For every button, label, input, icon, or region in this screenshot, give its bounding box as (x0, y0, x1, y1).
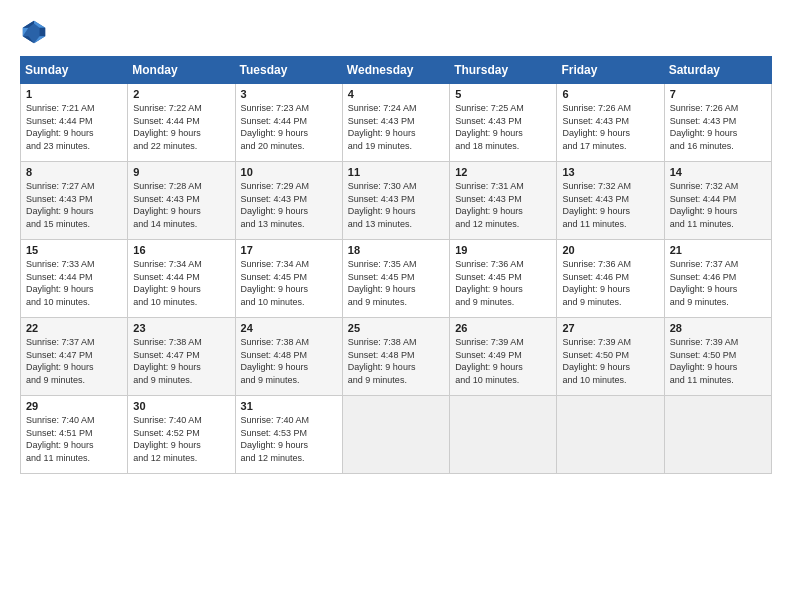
week-row-2: 8Sunrise: 7:27 AMSunset: 4:43 PMDaylight… (21, 162, 772, 240)
day-info: Sunrise: 7:37 AMSunset: 4:46 PMDaylight:… (670, 258, 766, 308)
day-cell: 24Sunrise: 7:38 AMSunset: 4:48 PMDayligh… (235, 318, 342, 396)
day-info: Sunrise: 7:23 AMSunset: 4:44 PMDaylight:… (241, 102, 337, 152)
day-cell: 23Sunrise: 7:38 AMSunset: 4:47 PMDayligh… (128, 318, 235, 396)
day-info: Sunrise: 7:33 AMSunset: 4:44 PMDaylight:… (26, 258, 122, 308)
day-cell: 12Sunrise: 7:31 AMSunset: 4:43 PMDayligh… (450, 162, 557, 240)
logo (20, 18, 52, 46)
day-number: 16 (133, 244, 229, 256)
header-cell-saturday: Saturday (664, 57, 771, 84)
day-number: 17 (241, 244, 337, 256)
day-cell: 16Sunrise: 7:34 AMSunset: 4:44 PMDayligh… (128, 240, 235, 318)
page: SundayMondayTuesdayWednesdayThursdayFrid… (0, 0, 792, 612)
day-number: 19 (455, 244, 551, 256)
day-number: 15 (26, 244, 122, 256)
day-number: 18 (348, 244, 444, 256)
header-cell-sunday: Sunday (21, 57, 128, 84)
day-cell: 3Sunrise: 7:23 AMSunset: 4:44 PMDaylight… (235, 84, 342, 162)
day-info: Sunrise: 7:36 AMSunset: 4:45 PMDaylight:… (455, 258, 551, 308)
day-number: 3 (241, 88, 337, 100)
day-cell: 21Sunrise: 7:37 AMSunset: 4:46 PMDayligh… (664, 240, 771, 318)
day-cell: 4Sunrise: 7:24 AMSunset: 4:43 PMDaylight… (342, 84, 449, 162)
day-number: 9 (133, 166, 229, 178)
day-info: Sunrise: 7:37 AMSunset: 4:47 PMDaylight:… (26, 336, 122, 386)
day-info: Sunrise: 7:39 AMSunset: 4:49 PMDaylight:… (455, 336, 551, 386)
header-cell-wednesday: Wednesday (342, 57, 449, 84)
day-info: Sunrise: 7:36 AMSunset: 4:46 PMDaylight:… (562, 258, 658, 308)
day-cell: 7Sunrise: 7:26 AMSunset: 4:43 PMDaylight… (664, 84, 771, 162)
day-cell: 9Sunrise: 7:28 AMSunset: 4:43 PMDaylight… (128, 162, 235, 240)
day-cell: 30Sunrise: 7:40 AMSunset: 4:52 PMDayligh… (128, 396, 235, 474)
day-number: 24 (241, 322, 337, 334)
header-cell-tuesday: Tuesday (235, 57, 342, 84)
day-cell: 5Sunrise: 7:25 AMSunset: 4:43 PMDaylight… (450, 84, 557, 162)
day-number: 25 (348, 322, 444, 334)
day-cell: 14Sunrise: 7:32 AMSunset: 4:44 PMDayligh… (664, 162, 771, 240)
day-cell: 31Sunrise: 7:40 AMSunset: 4:53 PMDayligh… (235, 396, 342, 474)
day-info: Sunrise: 7:40 AMSunset: 4:51 PMDaylight:… (26, 414, 122, 464)
day-number: 21 (670, 244, 766, 256)
header-row: SundayMondayTuesdayWednesdayThursdayFrid… (21, 57, 772, 84)
day-cell: 11Sunrise: 7:30 AMSunset: 4:43 PMDayligh… (342, 162, 449, 240)
day-info: Sunrise: 7:26 AMSunset: 4:43 PMDaylight:… (670, 102, 766, 152)
day-info: Sunrise: 7:24 AMSunset: 4:43 PMDaylight:… (348, 102, 444, 152)
day-number: 10 (241, 166, 337, 178)
day-number: 20 (562, 244, 658, 256)
day-number: 4 (348, 88, 444, 100)
day-number: 5 (455, 88, 551, 100)
day-cell: 10Sunrise: 7:29 AMSunset: 4:43 PMDayligh… (235, 162, 342, 240)
day-info: Sunrise: 7:21 AMSunset: 4:44 PMDaylight:… (26, 102, 122, 152)
day-number: 7 (670, 88, 766, 100)
day-number: 6 (562, 88, 658, 100)
day-cell: 2Sunrise: 7:22 AMSunset: 4:44 PMDaylight… (128, 84, 235, 162)
day-cell: 25Sunrise: 7:38 AMSunset: 4:48 PMDayligh… (342, 318, 449, 396)
day-info: Sunrise: 7:27 AMSunset: 4:43 PMDaylight:… (26, 180, 122, 230)
header-cell-monday: Monday (128, 57, 235, 84)
week-row-5: 29Sunrise: 7:40 AMSunset: 4:51 PMDayligh… (21, 396, 772, 474)
day-info: Sunrise: 7:25 AMSunset: 4:43 PMDaylight:… (455, 102, 551, 152)
day-cell (342, 396, 449, 474)
day-info: Sunrise: 7:30 AMSunset: 4:43 PMDaylight:… (348, 180, 444, 230)
day-cell: 13Sunrise: 7:32 AMSunset: 4:43 PMDayligh… (557, 162, 664, 240)
calendar-table: SundayMondayTuesdayWednesdayThursdayFrid… (20, 56, 772, 474)
header-cell-thursday: Thursday (450, 57, 557, 84)
logo-icon (20, 18, 48, 46)
day-number: 30 (133, 400, 229, 412)
day-info: Sunrise: 7:26 AMSunset: 4:43 PMDaylight:… (562, 102, 658, 152)
day-cell: 18Sunrise: 7:35 AMSunset: 4:45 PMDayligh… (342, 240, 449, 318)
day-info: Sunrise: 7:29 AMSunset: 4:43 PMDaylight:… (241, 180, 337, 230)
day-number: 1 (26, 88, 122, 100)
day-number: 28 (670, 322, 766, 334)
day-info: Sunrise: 7:38 AMSunset: 4:48 PMDaylight:… (348, 336, 444, 386)
day-number: 13 (562, 166, 658, 178)
day-number: 2 (133, 88, 229, 100)
day-info: Sunrise: 7:35 AMSunset: 4:45 PMDaylight:… (348, 258, 444, 308)
day-info: Sunrise: 7:34 AMSunset: 4:45 PMDaylight:… (241, 258, 337, 308)
day-number: 11 (348, 166, 444, 178)
day-cell: 1Sunrise: 7:21 AMSunset: 4:44 PMDaylight… (21, 84, 128, 162)
day-number: 31 (241, 400, 337, 412)
day-cell: 6Sunrise: 7:26 AMSunset: 4:43 PMDaylight… (557, 84, 664, 162)
day-cell: 17Sunrise: 7:34 AMSunset: 4:45 PMDayligh… (235, 240, 342, 318)
day-number: 26 (455, 322, 551, 334)
day-info: Sunrise: 7:38 AMSunset: 4:48 PMDaylight:… (241, 336, 337, 386)
day-cell: 8Sunrise: 7:27 AMSunset: 4:43 PMDaylight… (21, 162, 128, 240)
week-row-4: 22Sunrise: 7:37 AMSunset: 4:47 PMDayligh… (21, 318, 772, 396)
week-row-3: 15Sunrise: 7:33 AMSunset: 4:44 PMDayligh… (21, 240, 772, 318)
day-info: Sunrise: 7:32 AMSunset: 4:43 PMDaylight:… (562, 180, 658, 230)
day-info: Sunrise: 7:34 AMSunset: 4:44 PMDaylight:… (133, 258, 229, 308)
day-cell: 28Sunrise: 7:39 AMSunset: 4:50 PMDayligh… (664, 318, 771, 396)
day-info: Sunrise: 7:39 AMSunset: 4:50 PMDaylight:… (562, 336, 658, 386)
day-cell (557, 396, 664, 474)
week-row-1: 1Sunrise: 7:21 AMSunset: 4:44 PMDaylight… (21, 84, 772, 162)
day-number: 22 (26, 322, 122, 334)
day-cell: 19Sunrise: 7:36 AMSunset: 4:45 PMDayligh… (450, 240, 557, 318)
day-info: Sunrise: 7:40 AMSunset: 4:53 PMDaylight:… (241, 414, 337, 464)
day-number: 29 (26, 400, 122, 412)
day-number: 23 (133, 322, 229, 334)
day-number: 12 (455, 166, 551, 178)
day-cell: 20Sunrise: 7:36 AMSunset: 4:46 PMDayligh… (557, 240, 664, 318)
day-cell (664, 396, 771, 474)
day-info: Sunrise: 7:39 AMSunset: 4:50 PMDaylight:… (670, 336, 766, 386)
day-info: Sunrise: 7:31 AMSunset: 4:43 PMDaylight:… (455, 180, 551, 230)
day-info: Sunrise: 7:40 AMSunset: 4:52 PMDaylight:… (133, 414, 229, 464)
